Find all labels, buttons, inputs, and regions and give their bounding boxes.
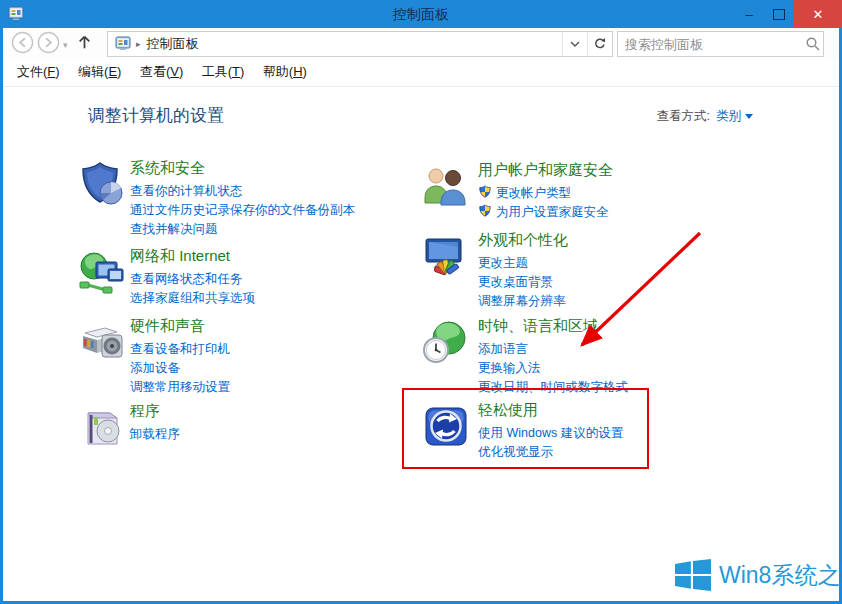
control-panel-window: 控制面板 – ✕ ▾ ▸ 控制面板 [0, 0, 842, 604]
category-programs: 程序 卸载程序 [78, 402, 180, 444]
task-link[interactable]: 添加设备 [130, 359, 230, 378]
task-link[interactable]: 查看设备和打印机 [130, 340, 230, 359]
user-accounts-icon[interactable] [422, 163, 470, 211]
task-link[interactable]: 调整屏幕分辨率 [478, 292, 568, 311]
category-user-accounts: 用户帐户和家庭安全 更改帐户类型 为用户设置家庭安全 [422, 161, 613, 222]
task-link[interactable]: 查看网络状态和任务 [130, 270, 255, 289]
menu-edit[interactable]: 编辑(E) [78, 58, 121, 85]
forward-button[interactable] [37, 31, 60, 54]
appearance-icon[interactable] [422, 233, 470, 281]
windows-logo-icon [675, 559, 711, 591]
task-link[interactable]: 更改主题 [478, 254, 568, 273]
category-appearance: 外观和个性化 更改主题 更改桌面背景 调整屏幕分辨率 [422, 231, 568, 311]
task-link[interactable]: 为用户设置家庭安全 [478, 203, 613, 222]
category-title-link[interactable]: 外观和个性化 [478, 231, 568, 250]
uac-shield-icon [478, 204, 492, 218]
back-button[interactable] [11, 31, 34, 54]
category-ease-of-access: 轻松使用 使用 Windows 建议的设置 优化视觉显示 [422, 401, 623, 462]
breadcrumb[interactable]: ▸ 控制面板 [108, 35, 562, 53]
menu-file[interactable]: 文件(F) [17, 58, 60, 85]
control-panel-icon [115, 36, 131, 52]
search-icon[interactable] [805, 36, 821, 52]
recent-pages-chevron-icon[interactable]: ▾ [63, 40, 68, 50]
caption-buttons: – ✕ [734, 0, 842, 28]
programs-icon[interactable] [78, 404, 126, 452]
breadcrumb-item-control-panel[interactable]: 控制面板 [147, 35, 199, 53]
navigation-toolbar: ▾ ▸ 控制面板 [3, 28, 839, 58]
category-title-link[interactable]: 网络和 Internet [130, 247, 255, 266]
uac-shield-icon [478, 185, 492, 199]
menu-tools[interactable]: 工具(T) [202, 58, 245, 85]
category-title-link[interactable]: 轻松使用 [478, 401, 623, 420]
maximize-icon [773, 9, 785, 20]
menu-view[interactable]: 查看(V) [140, 58, 183, 85]
category-network-internet: 网络和 Internet 查看网络状态和任务 选择家庭组和共享选项 [78, 247, 255, 308]
page-title: 调整计算机的设置 [88, 104, 224, 127]
task-link[interactable]: 查看你的计算机状态 [130, 182, 355, 201]
clock-language-icon[interactable] [422, 319, 470, 367]
breadcrumb-chevron-icon: ▸ [136, 39, 141, 49]
task-link[interactable]: 添加语言 [478, 340, 628, 359]
task-link[interactable]: 选择家庭组和共享选项 [130, 289, 255, 308]
view-by-label: 查看方式: [657, 109, 710, 123]
search-box[interactable] [617, 31, 824, 57]
search-input[interactable] [618, 37, 805, 52]
category-clock-language: 时钟、语言和区域 添加语言 更换输入法 更改日期、时间或数字格式 [422, 317, 628, 397]
menu-bar: 文件(F) 编辑(E) 查看(V) 工具(T) 帮助(H) [3, 58, 839, 87]
view-by-dropdown[interactable]: 类别 [716, 109, 741, 123]
minimize-button[interactable]: – [734, 0, 764, 28]
category-title-link[interactable]: 系统和安全 [130, 159, 355, 178]
task-link[interactable]: 更换输入法 [478, 359, 628, 378]
task-link[interactable]: 更改日期、时间或数字格式 [478, 378, 628, 397]
watermark-text: Win8系统之家 [719, 560, 842, 591]
watermark: Win8系统之家 [675, 559, 842, 591]
category-system-security: 系统和安全 查看你的计算机状态 通过文件历史记录保存你的文件备份副本 查找并解决… [78, 159, 355, 239]
category-title-link[interactable]: 程序 [130, 402, 180, 421]
task-link[interactable]: 查找并解决问题 [130, 220, 355, 239]
category-title-link[interactable]: 用户帐户和家庭安全 [478, 161, 613, 180]
address-bar[interactable]: ▸ 控制面板 [107, 31, 613, 57]
window-title: 控制面板 [0, 0, 842, 28]
category-title-link[interactable]: 硬件和声音 [130, 317, 230, 336]
network-internet-icon[interactable] [78, 249, 126, 297]
ease-of-access-icon[interactable] [422, 403, 470, 451]
category-title-link[interactable]: 时钟、语言和区域 [478, 317, 628, 336]
address-dropdown-button[interactable] [562, 32, 587, 56]
task-link[interactable]: 卸载程序 [130, 425, 180, 444]
task-link[interactable]: 优化视觉显示 [478, 443, 623, 462]
task-link[interactable]: 更改帐户类型 [478, 184, 613, 203]
menu-help[interactable]: 帮助(H) [263, 58, 307, 85]
hardware-sound-icon[interactable] [78, 319, 126, 367]
task-link[interactable]: 更改桌面背景 [478, 273, 568, 292]
chevron-down-icon[interactable] [745, 114, 753, 119]
task-link[interactable]: 调整常用移动设置 [130, 378, 230, 397]
content-area: 调整计算机的设置 查看方式:类别 系统和安全 查看你的计算机状态 通过文件历史记… [3, 87, 839, 601]
refresh-button[interactable] [587, 32, 612, 56]
task-link[interactable]: 通过文件历史记录保存你的文件备份副本 [130, 201, 355, 220]
maximize-button[interactable] [764, 0, 794, 28]
titlebar: 控制面板 – ✕ [0, 0, 842, 28]
task-link[interactable]: 使用 Windows 建议的设置 [478, 424, 623, 443]
close-button[interactable]: ✕ [794, 0, 842, 28]
view-by-control: 查看方式:类别 [657, 108, 753, 125]
system-security-icon[interactable] [78, 161, 126, 209]
up-button[interactable] [76, 34, 93, 51]
category-hardware-sound: 硬件和声音 查看设备和打印机 添加设备 调整常用移动设置 [78, 317, 230, 397]
